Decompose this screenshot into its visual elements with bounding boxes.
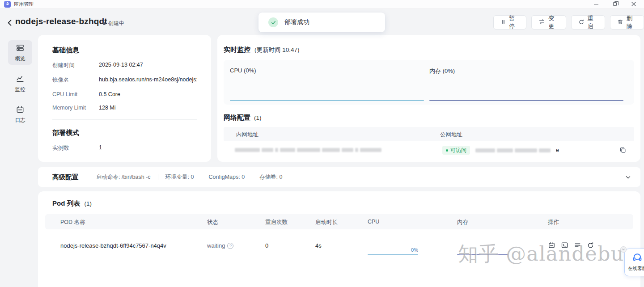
sidebar: 概览 监控 日志 xyxy=(8,40,32,133)
pause-button[interactable]: 暂停 xyxy=(493,15,526,30)
divider xyxy=(52,119,197,120)
advanced-env-vars: 环境变量: 0 xyxy=(165,173,194,181)
logs-icon[interactable] xyxy=(548,241,555,249)
info-row-image: 镜像名 hub.bja.sealos.run/ns-m24oe8sj/nodej… xyxy=(52,76,197,84)
restart-button[interactable]: 重启 xyxy=(571,15,605,30)
basic-info-card: 基础信息 创建时间 2025-09-13 02:47 镜像名 hub.bja.s… xyxy=(38,35,211,162)
advanced-config-bar[interactable]: 高级配置 启动命令: /bin/bash -c 环境变量: 0 ConfigMa… xyxy=(38,167,640,187)
info-value: 128 Mi xyxy=(99,105,116,111)
page-title: nodejs-release-bzhqdt xyxy=(15,17,107,26)
info-row-instances: 实例数 1 xyxy=(52,144,197,152)
collapse-chevron-icon[interactable] xyxy=(620,246,627,253)
copy-icon[interactable] xyxy=(619,146,627,154)
monitor-icon xyxy=(16,74,25,85)
info-label: CPU Limit xyxy=(52,91,99,97)
window-controls xyxy=(593,1,640,7)
pod-cpu-sparkline: 0% xyxy=(368,254,418,255)
info-value: 1 xyxy=(99,144,102,152)
network-title: 网络配置 xyxy=(224,114,250,122)
terminal-icon[interactable] xyxy=(561,241,568,249)
green-dot-icon xyxy=(446,149,448,152)
column-actions: 操作 xyxy=(548,219,559,226)
question-icon[interactable]: ? xyxy=(227,243,233,249)
info-label: 实例数 xyxy=(52,144,99,152)
cpu-chart-label: CPU (0%) xyxy=(230,67,256,74)
pod-restarts: 0 xyxy=(265,242,268,249)
public-address-cell[interactable]: 可访问 e xyxy=(442,146,559,155)
detail-icon[interactable] xyxy=(574,241,581,249)
network-count: (1) xyxy=(254,114,262,121)
monitor-network-card: 实时监控 (更新时间 10:47) CPU (0%) 内存 (0%) 网络配置 … xyxy=(217,35,640,162)
info-row-created: 创建时间 2025-09-13 02:47 xyxy=(52,62,197,69)
pod-list-title: Pod 列表 xyxy=(52,199,80,208)
pod-name: nodejs-release-bzhqdt-6ff94c7567-n4q4v xyxy=(60,242,166,249)
pod-list-card: Pod 列表 (1) POD 名称 状态 重启次数 启动时长 CPU 内存 操作… xyxy=(38,191,640,287)
support-widget[interactable]: 在线客服 xyxy=(624,249,644,276)
back-button[interactable] xyxy=(5,18,14,27)
toast-message: 部署成功 xyxy=(284,18,309,26)
divider xyxy=(158,174,158,180)
support-label: 在线客服 xyxy=(628,266,644,272)
pod-status: waiting ? xyxy=(207,242,233,249)
sidebar-item-monitor[interactable]: 监控 xyxy=(8,71,32,96)
change-button[interactable]: 变更 xyxy=(531,15,566,30)
restart-icon xyxy=(578,19,585,26)
app-window: 应用管理 nodejs-release-bzhqdt 创建中 部署成功 暂停 xyxy=(0,0,644,287)
column-pod-name: POD 名称 xyxy=(60,219,85,226)
pause-label: 暂停 xyxy=(509,14,519,30)
info-label: Memory Limit xyxy=(52,105,99,111)
pod-table-header: POD 名称 状态 重启次数 启动时长 CPU 内存 操作 xyxy=(45,214,633,229)
table-row: nodejs-release-bzhqdt-6ff94c7567-n4q4v w… xyxy=(45,229,633,262)
app-title: 应用管理 xyxy=(14,1,34,8)
pod-memory-sparkline xyxy=(457,254,508,255)
restore-icon[interactable] xyxy=(612,1,618,7)
restart-label: 重启 xyxy=(588,14,598,30)
swap-icon xyxy=(538,18,545,26)
accessible-label: 可访问 xyxy=(450,147,466,154)
sidebar-item-label: 日志 xyxy=(15,117,25,124)
info-row-memory: Memory Limit 128 Mi xyxy=(52,105,197,111)
column-internal-address: 内网地址 xyxy=(236,131,258,139)
accessible-badge: 可访问 xyxy=(442,146,470,155)
info-value: 0.5 Core xyxy=(99,91,120,97)
toast-deploy-success: 部署成功 xyxy=(258,13,385,32)
sidebar-item-label: 监控 xyxy=(15,86,25,93)
network-table-row: 可访问 e xyxy=(224,141,634,159)
overview-icon xyxy=(16,43,25,54)
sidebar-item-logs[interactable]: 日志 xyxy=(8,102,32,127)
divider xyxy=(201,174,201,180)
info-label: 创建时间 xyxy=(52,62,99,69)
memory-chart-label: 内存 (0%) xyxy=(429,67,455,75)
advanced-configmaps: ConfigMaps: 0 xyxy=(208,174,245,180)
pod-actions xyxy=(548,241,594,249)
change-label: 变更 xyxy=(548,14,559,30)
info-label: 镜像名 xyxy=(52,76,99,84)
info-row-cpu: CPU Limit 0.5 Core xyxy=(52,91,197,97)
restart-icon[interactable] xyxy=(587,241,594,249)
sidebar-item-overview[interactable]: 概览 xyxy=(8,40,32,65)
pod-status-label: waiting xyxy=(207,242,225,249)
pod-uptime: 4s xyxy=(315,242,322,249)
headset-icon xyxy=(632,252,643,265)
divider xyxy=(252,174,252,180)
public-address-tail: e xyxy=(556,147,559,153)
memory-chart-line xyxy=(429,100,623,101)
delete-button[interactable]: 删除 xyxy=(610,15,644,30)
column-cpu: CPU xyxy=(368,219,379,225)
chevron-down-icon[interactable] xyxy=(625,174,631,181)
advanced-title: 高级配置 xyxy=(52,173,78,181)
advanced-volumes: 存储卷: 0 xyxy=(259,173,282,181)
delete-label: 删除 xyxy=(627,14,637,30)
window-titlebar: 应用管理 xyxy=(0,0,644,8)
trash-icon xyxy=(617,19,623,26)
info-value: 2025-09-13 02:47 xyxy=(99,62,143,69)
column-public-address: 公网地址 xyxy=(440,131,462,139)
pause-icon xyxy=(500,19,506,26)
minimize-icon[interactable] xyxy=(593,1,599,7)
monitoring-title: 实时监控 xyxy=(224,46,250,54)
network-table-header: 内网地址 公网地址 xyxy=(224,127,634,141)
close-icon[interactable] xyxy=(631,1,636,7)
column-uptime: 启动时长 xyxy=(315,219,338,226)
internal-address-redacted[interactable] xyxy=(235,148,381,152)
status-label: 创建中 xyxy=(108,20,124,27)
